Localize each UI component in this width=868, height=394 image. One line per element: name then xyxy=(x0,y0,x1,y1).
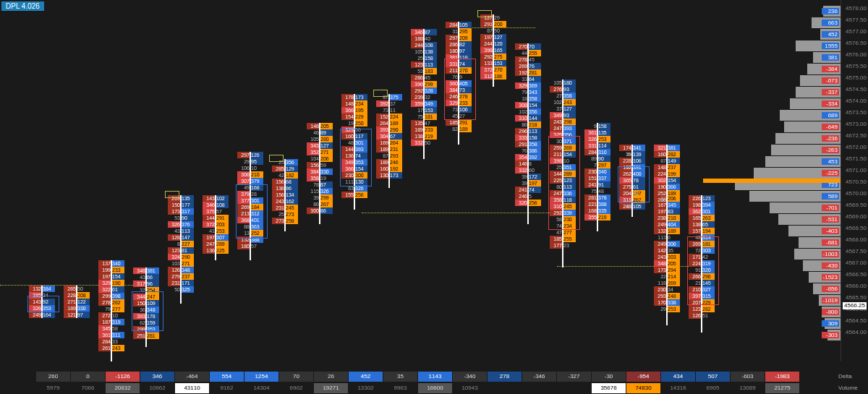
summary-cell: -603 xyxy=(731,372,765,382)
footprint-bar[interactable]: 137 340 199 233 197 154 329 190 322 61 2… xyxy=(98,260,124,351)
footprint-bar[interactable]: 265 50 228 208 271 122 189 330 121 97 xyxy=(64,286,90,318)
summary-cell: 10962 xyxy=(140,383,174,393)
summary-cell: 0 xyxy=(71,372,105,382)
footprint-bar[interactable]: 25 356 285 129 42 182 156 68 136 96 156 … xyxy=(272,159,298,224)
summary-cell: 14304 xyxy=(244,383,278,393)
price-label: 4564.00 xyxy=(846,330,867,335)
imbalance-box xyxy=(132,291,163,331)
footprint-chart[interactable]: 132 384 385 34 143 92 326 353 249 164 26… xyxy=(0,0,731,361)
price-label: 4569.00 xyxy=(846,214,867,220)
summary-cell: 452 xyxy=(349,372,383,382)
footprint-bar[interactable]: 9 158 361 135 326 253 331 114 284 310 89… xyxy=(584,123,610,220)
footprint-bar[interactable]: 132 384 385 34 143 92 326 353 249 164 xyxy=(29,286,55,318)
footprint-bar[interactable]: 321 381 160 282 87 149 148 237 224 199 3… xyxy=(654,145,680,203)
summary-cell: -346 xyxy=(522,372,556,382)
vp-delta-label: -337 xyxy=(822,89,839,95)
volume-profile-row: -263 xyxy=(771,145,841,155)
imbalance-box xyxy=(27,296,59,312)
vp-delta-label: -403 xyxy=(822,228,839,234)
footprint-bar[interactable]: 269 135 150 177 173 317 53 90 326 376 43… xyxy=(168,195,194,293)
volume-label: Volume xyxy=(838,383,867,393)
volume-profile-row: -334 xyxy=(790,98,841,109)
price-label: 4575.50 xyxy=(846,64,867,69)
footprint-bar[interactable]: 127 29 291 200 87 50 197 127 244 120 398… xyxy=(480,14,506,80)
footprint-bar[interactable]: 148 205 46 89 105 280 343 127 352 271 10… xyxy=(307,123,333,214)
summary-cell: 260 xyxy=(36,372,70,382)
price-label: 4573.50 xyxy=(846,110,867,116)
footprint-bar[interactable]: 105 180 276 93 27 358 102 243 37 127 349… xyxy=(550,80,576,249)
summary-cell: 16600 xyxy=(418,383,452,393)
summary-cell: 346 xyxy=(140,372,174,382)
summary-cell xyxy=(488,383,522,393)
summary-cell: 13089 xyxy=(731,383,765,393)
volume-profile-row: -531 xyxy=(778,214,841,225)
delta-label: Delta xyxy=(838,372,867,382)
vp-delta-label: 453 xyxy=(822,158,839,165)
footprint-bar[interactable]: 143 102 346 108 375 57 144 291 372 203 4… xyxy=(203,195,229,254)
vp-delta-label: -649 xyxy=(822,124,839,130)
vp-delta-label: 589 xyxy=(822,193,839,200)
imbalance-box xyxy=(687,236,719,305)
vp-delta-label: -303 xyxy=(822,332,839,338)
summary-cell: 20832 xyxy=(106,383,140,393)
summary-cell: -30 xyxy=(592,372,626,382)
volume-profile-row: 689 xyxy=(780,110,841,121)
footprint-bar[interactable]: 297 126 29 95 106 10 306 210 307 379 49 … xyxy=(237,152,263,249)
price-label: 4568.00 xyxy=(846,237,867,243)
price-label: 4565.50 xyxy=(846,295,867,301)
summary-cell: -340 xyxy=(453,372,487,382)
price-label: 4574.00 xyxy=(846,98,867,104)
ref-line xyxy=(557,266,702,267)
price-label: 4572.00 xyxy=(846,145,867,150)
volume-profile-row: 452 xyxy=(820,29,841,40)
naked-poc-box xyxy=(477,10,492,17)
vp-delta-label: -800 xyxy=(822,309,839,315)
volume-profile-row: -225 xyxy=(754,168,841,179)
price-label: 4566.50 xyxy=(846,272,867,278)
volume-profile-row: 381 xyxy=(813,52,841,63)
summary-cell: 5979 xyxy=(36,383,70,393)
price-label: 4574.50 xyxy=(846,87,867,93)
footprint-bar[interactable]: 346 87 188 40 244 108 105 138 25 158 123… xyxy=(411,29,437,146)
price-label: 4571.00 xyxy=(846,168,867,174)
summary-cell: 507 xyxy=(696,372,730,382)
summary-cell: 70 xyxy=(279,372,313,382)
summary-cell: -954 xyxy=(626,372,660,382)
summary-cell: -327 xyxy=(557,372,591,382)
vp-delta-label: 689 xyxy=(822,112,839,119)
vp-delta-label: -334 xyxy=(822,100,839,107)
price-axis[interactable]: 4578.004577.504577.004576.504576.004575.… xyxy=(841,0,868,361)
vp-delta-label: -656 xyxy=(822,286,839,292)
price-label: 4577.00 xyxy=(846,29,867,35)
naked-poc-box xyxy=(373,90,388,97)
volume-profile-row: 1555 xyxy=(796,40,841,51)
vp-delta-label: -263 xyxy=(822,147,839,153)
volume-profile-row: -656 xyxy=(813,283,841,294)
volume-profile-row: 663 xyxy=(812,17,841,28)
footprint-bar[interactable]: 178 173 148 234 366 195 154 229 19 250 3… xyxy=(341,94,367,198)
vp-delta-label: 1555 xyxy=(822,43,839,49)
volume-profile-row: 236 xyxy=(823,6,841,17)
footprint-bar[interactable]: 226 123 198 394 362 301 165 263 138 65 1… xyxy=(689,195,715,319)
footprint-bar[interactable]: 87 375 392 37 73 11 152 224 264 189 393 … xyxy=(376,94,402,179)
price-label: 4570.50 xyxy=(846,179,867,185)
price-label: 4573.00 xyxy=(846,121,867,127)
footprint-bar[interactable]: 270 70 44 255 278 45 269 76 192 281 33 6… xyxy=(515,43,541,206)
summary-cell: -1126 xyxy=(106,372,140,382)
volume-profile-row: 309 xyxy=(825,318,841,329)
summary-cell: 9162 xyxy=(210,383,244,393)
price-label: 4578.00 xyxy=(846,6,867,12)
footprint-bar[interactable]: 284 105 31 295 297 209 286 82 180 97 381… xyxy=(446,22,472,132)
volume-profile-row: -649 xyxy=(784,121,841,132)
volume-profile-row: -1523 xyxy=(809,272,841,283)
footprint-bar[interactable]: 33 206 167 345 197 83 238 210 249 404 13… xyxy=(654,195,680,312)
volume-profile-row: -800 xyxy=(822,307,841,317)
summary-cell: 35 xyxy=(383,372,417,382)
footprint-bar[interactable]: 174 341 39 139 228 106 47 391 262 400 36… xyxy=(619,145,645,210)
volume-profile-row: -1003 xyxy=(794,249,841,260)
vp-delta-label: -673 xyxy=(822,77,839,84)
volume-profile: 2366634521555381-384-673-337-334689-649-… xyxy=(731,0,841,361)
summary-cell: 278 xyxy=(488,372,522,382)
price-label: 4576.50 xyxy=(846,40,867,46)
footprint-bar[interactable]: 348 381 43 66 317 96 37 254 344 247 150 … xyxy=(133,267,159,339)
